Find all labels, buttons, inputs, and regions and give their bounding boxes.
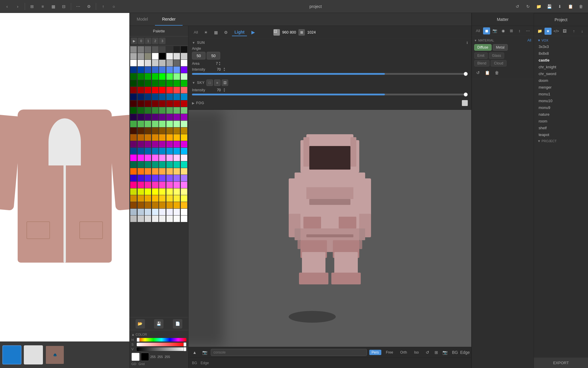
tab-render[interactable]: Render <box>155 13 183 26</box>
view-button[interactable]: ⊟ <box>59 2 69 11</box>
color-cell-141[interactable] <box>166 161 173 168</box>
color-cell-125[interactable] <box>166 148 173 154</box>
sky-icon-3[interactable]: 🖼 <box>222 79 228 86</box>
color-cell-15[interactable] <box>181 53 187 59</box>
color-cell-147[interactable] <box>152 168 158 175</box>
color-cell-54[interactable] <box>173 87 180 93</box>
color-cell-119[interactable] <box>181 141 187 147</box>
color-cell-89[interactable] <box>138 121 144 127</box>
color-cell-68[interactable] <box>159 100 166 107</box>
color-cell-138[interactable] <box>145 161 151 168</box>
color-cell-205[interactable] <box>166 216 173 222</box>
thumb-white[interactable] <box>24 345 43 364</box>
color-cell-57[interactable] <box>138 94 144 100</box>
color-cell-62[interactable] <box>173 94 180 100</box>
color-cell-2[interactable] <box>145 46 151 53</box>
color-cell-82[interactable] <box>145 114 151 120</box>
color-cell-160[interactable] <box>130 182 137 188</box>
s-slider[interactable] <box>137 343 186 346</box>
color-cell-104[interactable] <box>130 134 137 141</box>
color-cell-92[interactable] <box>159 121 166 127</box>
color-cell-192[interactable] <box>130 209 137 215</box>
color-cell-29[interactable] <box>166 67 173 73</box>
bg-label-btn[interactable]: BG <box>451 349 459 356</box>
palette-num-3[interactable]: 3 <box>159 38 166 44</box>
color-cell-20[interactable] <box>159 60 166 66</box>
color-cell-19[interactable] <box>152 60 158 66</box>
color-cell-101[interactable] <box>166 127 173 134</box>
thumb-jacket[interactable]: 🧥 <box>45 345 64 364</box>
color-cell-116[interactable] <box>159 141 166 147</box>
color-cell-127[interactable] <box>181 148 187 154</box>
color-cell-95[interactable] <box>181 121 187 127</box>
color-cell-171[interactable] <box>152 188 158 195</box>
color-cell-27[interactable] <box>152 67 158 73</box>
color-cell-49[interactable] <box>138 87 144 93</box>
color-cell-74[interactable] <box>145 107 151 114</box>
color-cell-163[interactable] <box>152 182 158 188</box>
color-cell-17[interactable] <box>138 60 144 66</box>
color-cell-189[interactable] <box>166 202 173 208</box>
color-cell-102[interactable] <box>173 127 180 134</box>
color-cell-91[interactable] <box>152 121 158 127</box>
color-cell-30[interactable] <box>173 67 180 73</box>
color-cell-143[interactable] <box>181 161 187 168</box>
angle-x-input[interactable] <box>192 52 206 59</box>
project-sort-asc[interactable]: ↑ <box>570 28 577 35</box>
project-item-menger[interactable]: menger <box>534 84 588 91</box>
color-cell-3[interactable] <box>152 46 158 53</box>
color-cell-24[interactable] <box>130 67 137 73</box>
sky-icon-2[interactable]: ≡ <box>214 79 220 86</box>
project-item-monu1[interactable]: monu1 <box>534 91 588 97</box>
color-cell-81[interactable] <box>138 114 144 120</box>
color-cell-182[interactable] <box>173 195 180 202</box>
open-button[interactable]: 📁 <box>534 2 543 11</box>
color-cell-207[interactable] <box>181 216 187 222</box>
color-cell-164[interactable] <box>159 182 166 188</box>
col-view-button[interactable]: ▦ <box>49 2 58 11</box>
palette-export-btn[interactable]: 📄 <box>173 319 182 329</box>
color-cell-180[interactable] <box>159 195 166 202</box>
console-input[interactable] <box>211 349 367 356</box>
render-nav-up[interactable]: ▲ <box>191 349 198 356</box>
diffuse-btn[interactable]: Diffuse <box>474 44 492 51</box>
forward-button[interactable]: › <box>13 2 22 11</box>
color-cell-14[interactable] <box>173 53 180 59</box>
color-cell-133[interactable] <box>166 155 173 161</box>
edge-label-btn[interactable]: Edge <box>461 349 469 356</box>
color-cell-31[interactable] <box>181 67 187 73</box>
color-cell-35[interactable] <box>152 73 158 80</box>
color-cell-183[interactable] <box>181 195 187 202</box>
save-button[interactable]: 💾 <box>544 2 554 11</box>
project-item-monu9[interactable]: monu9 <box>534 104 588 111</box>
color-cell-112[interactable] <box>130 141 137 147</box>
bar-icon-btn[interactable]: ▦ <box>212 29 220 36</box>
color-cell-26[interactable] <box>145 67 151 73</box>
color-cell-32[interactable] <box>130 73 137 80</box>
color-cell-131[interactable] <box>152 155 158 161</box>
color-cell-128[interactable] <box>130 155 137 161</box>
light-all-label[interactable]: All <box>192 29 200 35</box>
color-cell-69[interactable] <box>166 100 173 107</box>
color-cell-200[interactable] <box>130 216 137 222</box>
render-viewport[interactable] <box>188 110 471 347</box>
angle-y-input[interactable] <box>207 52 220 59</box>
color-cell-115[interactable] <box>152 141 158 147</box>
color-cell-195[interactable] <box>152 209 158 215</box>
color-cell-136[interactable] <box>130 161 137 168</box>
color-cell-194[interactable] <box>145 209 151 215</box>
color-cell-148[interactable] <box>159 168 166 175</box>
color-cell-77[interactable] <box>166 107 173 114</box>
spin-down-2[interactable]: ▼ <box>223 69 225 72</box>
color-cell-170[interactable] <box>145 188 151 195</box>
camera-icon-btn[interactable]: 📷 <box>201 349 208 356</box>
color-cell-22[interactable] <box>173 60 180 66</box>
color-cell-107[interactable] <box>152 134 158 141</box>
gear-icon-btn[interactable]: ⚙ <box>222 29 230 36</box>
mat-toggle[interactable]: ▼ <box>474 39 477 42</box>
free-btn[interactable]: Free <box>384 350 396 355</box>
color-cell-55[interactable] <box>181 87 187 93</box>
color-cell-41[interactable] <box>138 80 144 87</box>
project-item-chr_sword[interactable]: chr_sword <box>534 70 588 77</box>
color-cell-84[interactable] <box>159 114 166 120</box>
